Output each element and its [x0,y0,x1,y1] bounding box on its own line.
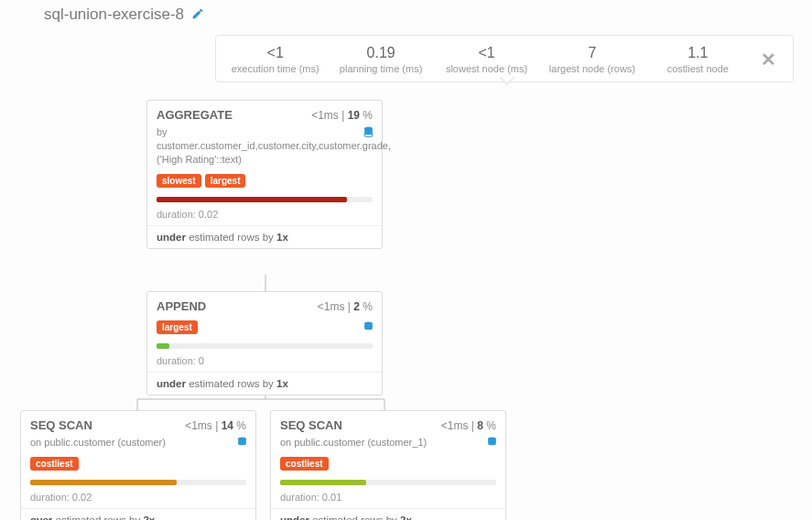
plan-node-seqscan-1[interactable]: SEQ SCAN <1ms | 14 % on public.customer … [20,410,256,520]
node-subtitle: by customer.customer_id,customer.city,cu… [147,125,382,170]
node-title: AGGREGATE [157,108,233,122]
node-cost-bar [157,197,373,202]
edit-title-icon[interactable] [191,7,204,23]
database-icon [363,320,374,336]
node-tags: slowest largest [147,170,382,191]
node-time: <1ms | 8 % [441,419,496,432]
node-subtitle: on public.customer (customer) [21,436,255,453]
node-estimate: under estimated rows by 1x [147,225,382,248]
tag-costliest: costliest [280,457,329,471]
node-title: SEQ SCAN [30,418,92,432]
node-tags: costliest [271,453,505,474]
node-duration: duration: 0 [147,352,382,372]
page-title-area: sql-union-exercise-8 [44,5,204,24]
node-duration: duration: 0.01 [271,489,505,508]
stats-pointer [499,77,515,85]
plan-node-aggregate[interactable]: AGGREGATE <1ms | 19 % by customer.custom… [146,100,383,249]
node-estimate: over estimated rows by 2x [21,508,255,520]
node-time: <1ms | 2 % [318,300,373,313]
node-title: SEQ SCAN [280,418,342,432]
stat-slowest-node: <1 slowest node (ms) [440,45,533,74]
tag-largest: largest [205,174,246,188]
node-cost-bar [280,480,496,485]
tag-largest: largest [157,320,198,334]
node-tags: largest [147,317,382,338]
tag-slowest: slowest [157,174,201,188]
node-duration: duration: 0.02 [147,206,382,225]
node-tags: costliest [21,453,255,474]
node-title: APPEND [157,299,206,313]
stat-execution-time: <1 execution time (ms) [229,45,321,74]
node-cost-bar [30,480,246,485]
database-icon [486,436,498,453]
node-subtitle: on public.customer (customer_1) [271,436,505,453]
database-icon [363,125,374,143]
plan-node-seqscan-2[interactable]: SEQ SCAN <1ms | 8 % on public.customer (… [270,410,506,520]
node-estimate: under estimated rows by 1x [147,372,382,395]
node-cost-bar [157,343,373,349]
node-estimate: under estimated rows by 2x [271,508,505,520]
stat-costliest-node: 1.1 costliest node [652,45,744,74]
node-time: <1ms | 14 % [185,419,246,432]
page-title: sql-union-exercise-8 [44,5,184,24]
node-time: <1ms | 19 % [311,109,373,122]
stat-largest-node: 7 largest node (rows) [546,45,638,74]
stat-planning-time: 0.19 planning time (ms) [334,45,427,74]
close-stats-icon[interactable]: ✕ [757,49,780,70]
tag-costliest: costliest [30,457,79,471]
database-icon [236,436,248,453]
node-duration: duration: 0.02 [21,489,255,508]
plan-node-append[interactable]: APPEND <1ms | 2 % largest duration: 0 un… [146,291,383,395]
